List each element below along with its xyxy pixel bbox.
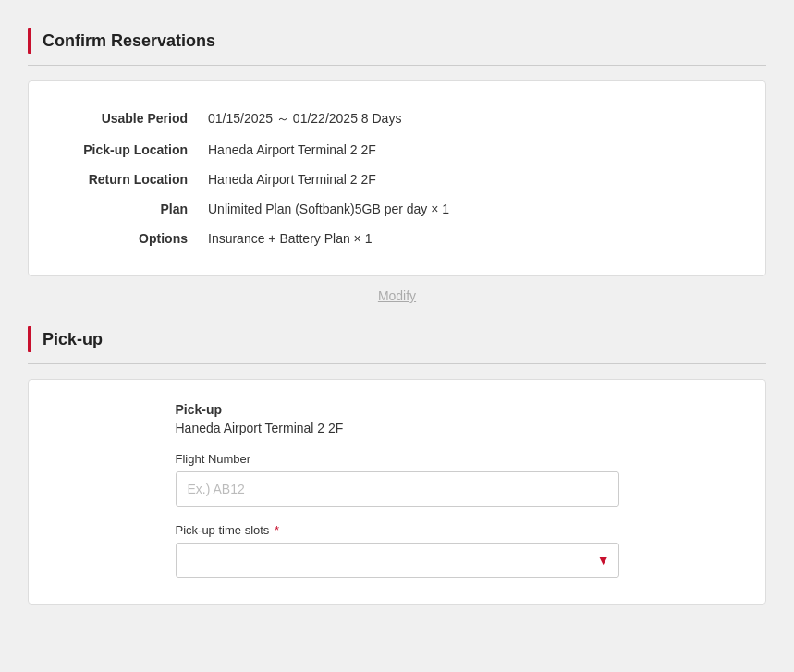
page-container: Confirm Reservations Usable Period 01/15… (18, 18, 776, 632)
usable-period-label: Usable Period (55, 104, 202, 135)
pickup-section-bar (28, 326, 31, 352)
pickup-section: Pick-up Pick-up Haneda Airport Terminal … (28, 326, 766, 605)
flight-number-input[interactable] (176, 471, 619, 507)
timeslot-label-row: Pick-up time slots * (176, 523, 619, 537)
pickup-location-value: Haneda Airport Terminal 2 2F (202, 135, 739, 165)
pickup-section-divider (28, 363, 766, 364)
pickup-location-text: Haneda Airport Terminal 2 2F (176, 421, 619, 435)
confirm-section-bar (28, 28, 31, 54)
flight-number-label: Flight Number (176, 452, 619, 466)
timeslot-select-wrapper: 08:00 - 09:00 09:00 - 10:00 10:00 - 11:0… (176, 543, 619, 578)
pickup-content: Pick-up Haneda Airport Terminal 2 2F Fli… (176, 402, 619, 578)
plan-row: Plan Unlimited Plan (Softbank)5GB per da… (55, 194, 739, 224)
confirm-reservations-section: Confirm Reservations Usable Period 01/15… (28, 28, 766, 308)
return-location-label: Return Location (55, 165, 202, 194)
confirm-card: Usable Period 01/15/2025 ～ 01/22/2025 8 … (28, 80, 766, 276)
timeslot-select[interactable]: 08:00 - 09:00 09:00 - 10:00 10:00 - 11:0… (176, 543, 619, 578)
confirm-section-header: Confirm Reservations (28, 28, 766, 54)
pickup-card: Pick-up Haneda Airport Terminal 2 2F Fli… (28, 379, 766, 605)
usable-period-value: 01/15/2025 ～ 01/22/2025 8 Days (202, 104, 739, 135)
modify-button[interactable]: Modify (378, 288, 416, 303)
modify-link-row: Modify (28, 276, 766, 308)
pickup-location-row: Pick-up Location Haneda Airport Terminal… (55, 135, 739, 165)
timeslot-required-mark: * (271, 523, 279, 537)
confirm-section-title: Confirm Reservations (43, 31, 215, 51)
return-location-value: Haneda Airport Terminal 2 2F (202, 165, 739, 194)
plan-value: Unlimited Plan (Softbank)5GB per day × 1 (202, 194, 739, 224)
options-label: Options (55, 224, 202, 253)
options-row: Options Insurance + Battery Plan × 1 (55, 224, 739, 253)
usable-period-row: Usable Period 01/15/2025 ～ 01/22/2025 8 … (55, 104, 739, 135)
confirm-section-divider (28, 65, 766, 66)
pickup-section-header: Pick-up (28, 326, 766, 352)
options-value: Insurance + Battery Plan × 1 (202, 224, 739, 253)
pickup-location-label: Pick-up Location (55, 135, 202, 165)
pickup-section-title: Pick-up (43, 330, 103, 349)
plan-label: Plan (55, 194, 202, 224)
return-location-row: Return Location Haneda Airport Terminal … (55, 165, 739, 194)
timeslot-label-text: Pick-up time slots (176, 523, 270, 537)
reservation-info-table: Usable Period 01/15/2025 ～ 01/22/2025 8 … (55, 104, 739, 253)
pickup-label: Pick-up (176, 402, 619, 417)
